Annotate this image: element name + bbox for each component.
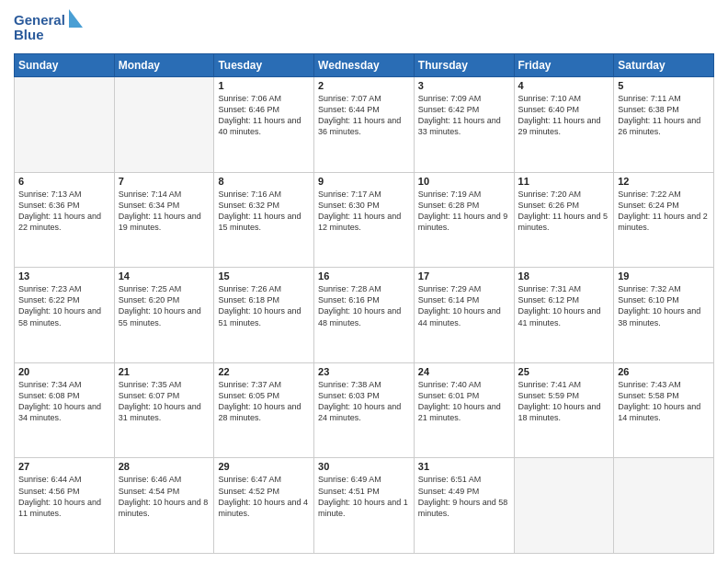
calendar-cell: 5Sunrise: 7:11 AM Sunset: 6:38 PM Daylig… — [614, 77, 714, 173]
day-info: Sunrise: 6:46 AM Sunset: 4:54 PM Dayligh… — [119, 474, 210, 519]
day-info: Sunrise: 7:31 AM Sunset: 6:12 PM Dayligh… — [518, 283, 610, 328]
calendar-cell: 22Sunrise: 7:37 AM Sunset: 6:05 PM Dayli… — [214, 362, 314, 458]
day-info: Sunrise: 7:38 AM Sunset: 6:03 PM Dayligh… — [318, 379, 410, 424]
day-number: 1 — [218, 80, 310, 91]
day-number: 16 — [318, 270, 410, 282]
calendar-cell: 24Sunrise: 7:40 AM Sunset: 6:01 PM Dayli… — [414, 362, 514, 458]
day-number: 28 — [119, 461, 210, 472]
calendar-cell: 25Sunrise: 7:41 AM Sunset: 5:59 PM Dayli… — [514, 362, 614, 458]
day-number: 6 — [18, 176, 110, 187]
calendar-cell: 17Sunrise: 7:29 AM Sunset: 6:14 PM Dayli… — [414, 268, 514, 363]
day-number: 4 — [518, 80, 610, 91]
day-number: 18 — [518, 270, 610, 282]
day-info: Sunrise: 6:44 AM Sunset: 4:56 PM Dayligh… — [18, 474, 110, 519]
calendar-cell — [114, 77, 214, 173]
day-info: Sunrise: 7:10 AM Sunset: 6:40 PM Dayligh… — [518, 93, 610, 138]
calendar-cell: 13Sunrise: 7:23 AM Sunset: 6:22 PM Dayli… — [15, 268, 115, 363]
calendar-cell: 23Sunrise: 7:38 AM Sunset: 6:03 PM Dayli… — [314, 362, 415, 458]
day-info: Sunrise: 7:19 AM Sunset: 6:28 PM Dayligh… — [418, 189, 510, 234]
calendar-cell: 8Sunrise: 7:16 AM Sunset: 6:32 PM Daylig… — [214, 172, 314, 268]
day-info: Sunrise: 7:22 AM Sunset: 6:24 PM Dayligh… — [618, 189, 710, 234]
calendar-header-thursday: Thursday — [414, 54, 514, 77]
calendar-cell: 19Sunrise: 7:32 AM Sunset: 6:10 PM Dayli… — [614, 268, 714, 363]
day-number: 30 — [318, 461, 410, 472]
calendar-cell: 7Sunrise: 7:14 AM Sunset: 6:34 PM Daylig… — [114, 172, 214, 268]
day-number: 11 — [518, 176, 610, 187]
day-number: 9 — [318, 176, 410, 187]
day-info: Sunrise: 7:41 AM Sunset: 5:59 PM Dayligh… — [518, 379, 610, 424]
day-number: 20 — [18, 366, 110, 377]
calendar-week-row: 27Sunrise: 6:44 AM Sunset: 4:56 PM Dayli… — [15, 458, 714, 554]
calendar-cell: 2Sunrise: 7:07 AM Sunset: 6:44 PM Daylig… — [314, 77, 415, 173]
day-number: 19 — [618, 270, 710, 282]
day-number: 14 — [119, 270, 210, 282]
day-info: Sunrise: 6:51 AM Sunset: 4:49 PM Dayligh… — [418, 474, 510, 519]
day-number: 17 — [418, 270, 510, 282]
day-number: 5 — [618, 80, 710, 91]
day-info: Sunrise: 7:40 AM Sunset: 6:01 PM Dayligh… — [418, 379, 510, 424]
calendar-cell: 1Sunrise: 7:06 AM Sunset: 6:46 PM Daylig… — [214, 77, 314, 173]
svg-text:Blue: Blue — [14, 27, 44, 42]
calendar-week-row: 13Sunrise: 7:23 AM Sunset: 6:22 PM Dayli… — [15, 268, 714, 363]
day-info: Sunrise: 7:20 AM Sunset: 6:26 PM Dayligh… — [518, 189, 610, 234]
day-number: 24 — [418, 366, 510, 377]
day-info: Sunrise: 7:13 AM Sunset: 6:36 PM Dayligh… — [18, 189, 110, 234]
day-info: Sunrise: 7:37 AM Sunset: 6:05 PM Dayligh… — [218, 379, 310, 424]
calendar-cell: 27Sunrise: 6:44 AM Sunset: 4:56 PM Dayli… — [15, 458, 115, 554]
calendar-cell: 4Sunrise: 7:10 AM Sunset: 6:40 PM Daylig… — [514, 77, 614, 173]
day-number: 23 — [318, 366, 410, 377]
calendar-cell: 3Sunrise: 7:09 AM Sunset: 6:42 PM Daylig… — [414, 77, 514, 173]
day-info: Sunrise: 7:11 AM Sunset: 6:38 PM Dayligh… — [618, 93, 710, 138]
page: GeneralBlue SundayMondayTuesdayWednesday… — [0, 0, 728, 563]
day-number: 25 — [518, 366, 610, 377]
day-number: 8 — [218, 176, 310, 187]
calendar-header-row: SundayMondayTuesdayWednesdayThursdayFrid… — [15, 54, 714, 77]
calendar-header-sunday: Sunday — [15, 54, 115, 77]
day-number: 15 — [218, 270, 310, 282]
calendar-cell: 16Sunrise: 7:28 AM Sunset: 6:16 PM Dayli… — [314, 268, 415, 363]
day-number: 29 — [218, 461, 310, 472]
calendar-cell: 21Sunrise: 7:35 AM Sunset: 6:07 PM Dayli… — [114, 362, 214, 458]
calendar-header-wednesday: Wednesday — [314, 54, 415, 77]
day-info: Sunrise: 7:43 AM Sunset: 5:58 PM Dayligh… — [618, 379, 710, 424]
calendar-header-monday: Monday — [114, 54, 214, 77]
calendar-week-row: 1Sunrise: 7:06 AM Sunset: 6:46 PM Daylig… — [15, 77, 714, 173]
calendar-cell: 9Sunrise: 7:17 AM Sunset: 6:30 PM Daylig… — [314, 172, 415, 268]
day-info: Sunrise: 7:29 AM Sunset: 6:14 PM Dayligh… — [418, 283, 510, 328]
calendar-week-row: 20Sunrise: 7:34 AM Sunset: 6:08 PM Dayli… — [15, 362, 714, 458]
day-info: Sunrise: 7:25 AM Sunset: 6:20 PM Dayligh… — [119, 283, 210, 328]
calendar-cell: 29Sunrise: 6:47 AM Sunset: 4:52 PM Dayli… — [214, 458, 314, 554]
day-info: Sunrise: 7:14 AM Sunset: 6:34 PM Dayligh… — [119, 189, 210, 234]
calendar-cell: 15Sunrise: 7:26 AM Sunset: 6:18 PM Dayli… — [214, 268, 314, 363]
header: GeneralBlue — [14, 9, 714, 46]
day-number: 2 — [318, 80, 410, 91]
day-info: Sunrise: 7:23 AM Sunset: 6:22 PM Dayligh… — [18, 283, 110, 328]
day-info: Sunrise: 7:34 AM Sunset: 6:08 PM Dayligh… — [18, 379, 110, 424]
day-number: 21 — [119, 366, 210, 377]
day-number: 27 — [18, 461, 110, 472]
calendar-table: SundayMondayTuesdayWednesdayThursdayFrid… — [14, 53, 714, 554]
day-info: Sunrise: 6:49 AM Sunset: 4:51 PM Dayligh… — [318, 474, 410, 519]
day-number: 12 — [618, 176, 710, 187]
calendar-cell — [514, 458, 614, 554]
calendar-cell: 31Sunrise: 6:51 AM Sunset: 4:49 PM Dayli… — [414, 458, 514, 554]
day-info: Sunrise: 7:35 AM Sunset: 6:07 PM Dayligh… — [119, 379, 210, 424]
calendar-cell: 26Sunrise: 7:43 AM Sunset: 5:58 PM Dayli… — [614, 362, 714, 458]
calendar-header-tuesday: Tuesday — [214, 54, 314, 77]
day-info: Sunrise: 7:32 AM Sunset: 6:10 PM Dayligh… — [618, 283, 710, 328]
day-number: 7 — [119, 176, 210, 187]
calendar-cell — [15, 77, 115, 173]
day-number: 3 — [418, 80, 510, 91]
calendar-cell: 30Sunrise: 6:49 AM Sunset: 4:51 PM Dayli… — [314, 458, 415, 554]
day-number: 22 — [218, 366, 310, 377]
day-number: 26 — [618, 366, 710, 377]
day-info: Sunrise: 7:26 AM Sunset: 6:18 PM Dayligh… — [218, 283, 310, 328]
day-info: Sunrise: 7:07 AM Sunset: 6:44 PM Dayligh… — [318, 93, 410, 138]
calendar-cell: 18Sunrise: 7:31 AM Sunset: 6:12 PM Dayli… — [514, 268, 614, 363]
day-number: 10 — [418, 176, 510, 187]
calendar-cell — [614, 458, 714, 554]
day-info: Sunrise: 6:47 AM Sunset: 4:52 PM Dayligh… — [218, 474, 310, 519]
svg-text:General: General — [14, 12, 65, 28]
calendar-cell: 11Sunrise: 7:20 AM Sunset: 6:26 PM Dayli… — [514, 172, 614, 268]
day-info: Sunrise: 7:06 AM Sunset: 6:46 PM Dayligh… — [218, 93, 310, 138]
